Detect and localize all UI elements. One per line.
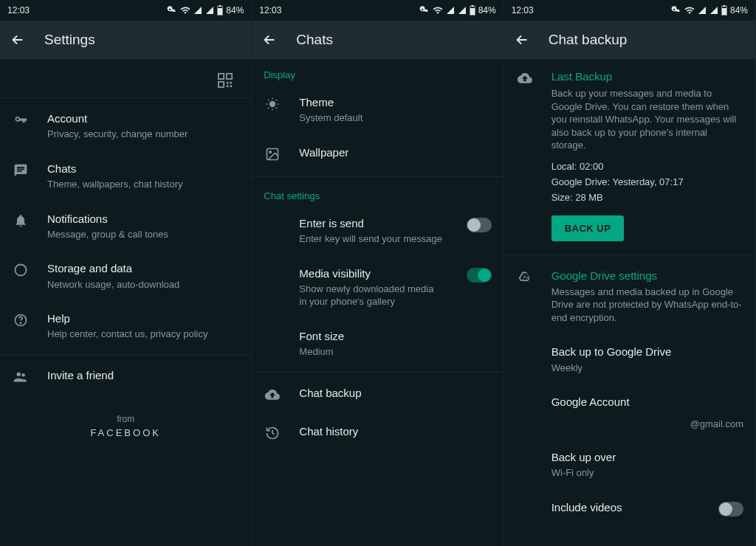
item-title: Chat backup — [299, 386, 491, 401]
item-title: Notifications — [47, 212, 239, 227]
backup-over[interactable]: Back up over Wi-Fi only — [504, 440, 755, 490]
page-title: Chat backup — [549, 32, 628, 48]
item-subtitle: Medium — [299, 345, 491, 359]
svg-rect-2 — [218, 8, 222, 15]
clock: 12:03 — [259, 5, 281, 15]
status-bar: 12:03 84% — [504, 0, 755, 21]
section-chat-settings: Chat settings — [252, 180, 503, 206]
svg-point-10 — [16, 265, 27, 276]
page-title: Chats — [296, 32, 333, 48]
wallpaper-icon — [264, 145, 281, 163]
backup-button[interactable]: BACK UP — [551, 215, 625, 241]
svg-rect-17 — [470, 8, 475, 15]
chats-item-wallpaper[interactable]: Wallpaper — [252, 135, 503, 173]
key-icon — [419, 5, 430, 15]
chats-item-media-visibility[interactable]: Media visibility Show newly downloaded m… — [252, 256, 503, 319]
settings-item-chats[interactable]: Chats Theme, wallpapers, chat history — [0, 151, 251, 201]
item-title: Theme — [299, 95, 491, 110]
settings-item-invite[interactable]: Invite a friend — [0, 358, 251, 396]
chats-item-chat-history[interactable]: Chat history — [252, 414, 503, 452]
settings-screen: 12:03 84% Settings Account — [0, 0, 252, 546]
chats-item-theme[interactable]: Theme System default — [252, 85, 503, 135]
key-icon — [671, 5, 681, 15]
settings-item-help[interactable]: Help Help center, contact us, privacy po… — [0, 301, 251, 351]
qr-icon[interactable] — [217, 72, 233, 89]
theme-icon — [264, 95, 281, 113]
chat-backup-screen: 12:03 84% Chat backup Last Backup Back u… — [504, 0, 756, 546]
gdrive-settings-block: Google Drive settings Messages and media… — [504, 258, 755, 334]
item-title: Account — [47, 111, 239, 126]
battery-icon — [217, 5, 223, 15]
svg-point-20 — [269, 151, 272, 153]
svg-point-18 — [269, 101, 275, 107]
from-label: from — [0, 414, 251, 424]
signal-icon — [205, 6, 214, 15]
svg-rect-23 — [722, 8, 726, 15]
cloud-upload-icon — [516, 69, 534, 87]
status-bar: 12:03 84% — [252, 0, 503, 21]
back-icon[interactable] — [9, 31, 27, 49]
gdrive-settings-heading: Google Drive settings — [551, 269, 743, 283]
item-title: Storage and data — [47, 261, 239, 276]
item-title: Include videos — [551, 500, 695, 515]
battery-icon — [470, 5, 475, 15]
item-title: Help — [47, 311, 239, 326]
item-title: Enter is send — [299, 216, 442, 231]
enter-is-send-toggle[interactable] — [467, 218, 492, 232]
google-account-email: @gmail.com — [504, 415, 755, 440]
signal-icon — [709, 6, 718, 15]
media-visibility-toggle[interactable] — [467, 268, 492, 283]
item-title: Media visibility — [299, 266, 442, 281]
signal-icon — [698, 6, 707, 15]
include-videos-toggle[interactable] — [718, 502, 743, 516]
battery-percent: 84% — [730, 5, 748, 15]
item-title: Wallpaper — [299, 145, 491, 160]
cloud-upload-icon — [264, 386, 281, 404]
item-subtitle: Privacy, security, change number — [47, 128, 239, 141]
google-account[interactable]: Google Account — [504, 384, 755, 415]
include-videos[interactable]: Include videos — [504, 490, 755, 528]
back-icon[interactable] — [261, 31, 278, 49]
chats-item-font-size[interactable]: Font size Medium — [252, 319, 503, 369]
item-title: Google Account — [551, 395, 743, 410]
bell-icon — [12, 212, 30, 229]
chats-screen: 12:03 84% Chats Display Theme System def… — [252, 0, 504, 546]
last-backup-desc: Back up your messages and media to Googl… — [551, 87, 743, 152]
settings-item-notifications[interactable]: Notifications Message, group & call tone… — [0, 201, 251, 252]
svg-rect-5 — [219, 82, 224, 87]
title-bar: Settings — [0, 21, 251, 59]
history-icon — [264, 424, 281, 442]
item-title: Chats — [47, 162, 239, 176]
wifi-icon — [180, 5, 190, 15]
item-title: Font size — [299, 329, 491, 344]
page-title: Settings — [44, 32, 95, 48]
help-icon — [12, 311, 30, 329]
svg-point-14 — [21, 373, 25, 377]
chats-item-chat-backup[interactable]: Chat backup — [252, 376, 503, 414]
wifi-icon — [684, 5, 695, 15]
key-icon — [167, 5, 177, 15]
wifi-icon — [433, 5, 443, 15]
svg-rect-7 — [230, 82, 233, 84]
key-icon — [12, 111, 30, 129]
section-display: Display — [252, 59, 503, 85]
svg-rect-9 — [230, 85, 233, 87]
data-usage-icon — [12, 261, 30, 279]
item-subtitle: Network usage, auto-download — [47, 278, 239, 291]
gdrive-settings-desc: Messages and media backed up in Google D… — [551, 286, 743, 325]
google-drive-icon — [516, 269, 534, 286]
backup-frequency[interactable]: Back up to Google Drive Weekly — [504, 334, 755, 384]
signal-icon — [193, 6, 202, 15]
chat-icon — [12, 162, 30, 179]
settings-item-account[interactable]: Account Privacy, security, change number — [0, 101, 251, 151]
chats-item-enter-is-send[interactable]: Enter is send Enter key will send your m… — [252, 206, 503, 256]
item-subtitle: Message, group & call tones — [47, 228, 239, 241]
gdrive-backup-time: Google Drive: Yesterday, 07:17 — [551, 175, 743, 190]
title-bar: Chats — [252, 21, 503, 59]
settings-item-storage[interactable]: Storage and data Network usage, auto-dow… — [0, 251, 251, 301]
title-bar: Chat backup — [504, 21, 755, 59]
backup-size: Size: 28 MB — [551, 190, 743, 206]
svg-point-13 — [17, 373, 21, 377]
back-icon[interactable] — [513, 31, 531, 49]
item-subtitle: Enter key will send your message — [299, 232, 442, 246]
